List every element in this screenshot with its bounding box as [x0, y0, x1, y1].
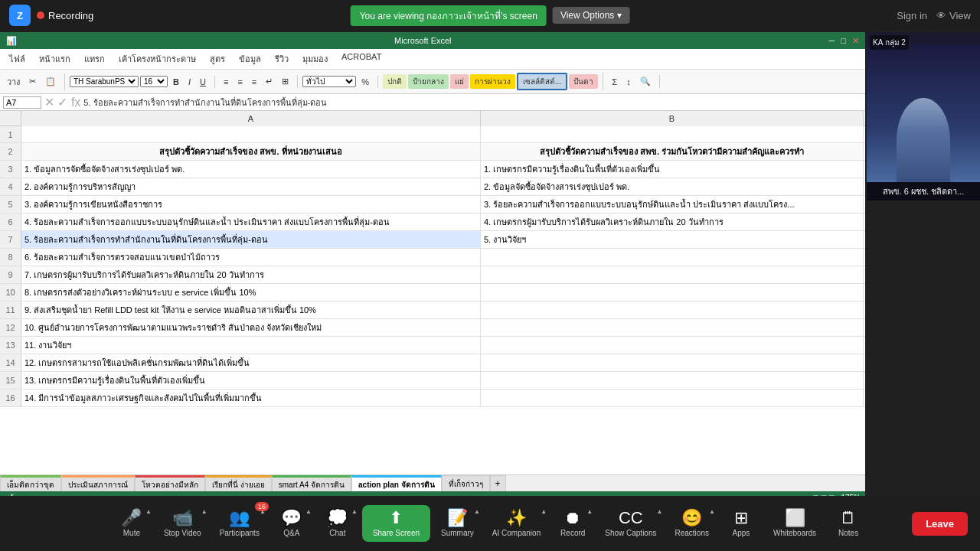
cut-button[interactable]: ✂ [25, 75, 40, 88]
wrap-text-button[interactable]: ↵ [262, 75, 276, 88]
cell-b5[interactable]: 3. ร้อยละความสำเร็จการออกแบบระบบอนุรักษ์… [481, 196, 864, 213]
leave-button[interactable]: Leave [912, 512, 968, 536]
chat-button[interactable]: 💭 Chat ▲ [316, 507, 359, 540]
number-format-select[interactable]: ทั่วไป [302, 76, 356, 87]
qa-caret-icon[interactable]: ▲ [305, 508, 312, 515]
sheet-tab-4[interactable]: เรียกที่นี่ ง่ายเอย [205, 475, 272, 492]
col-header-b[interactable]: B [481, 111, 864, 126]
cell-format-button[interactable]: เซลล์ดิสต์... [517, 73, 567, 90]
merge-button[interactable]: ⊞ [278, 75, 292, 88]
chat-caret-icon[interactable]: ▲ [351, 508, 358, 515]
cell-b1[interactable] [481, 126, 864, 142]
align-right-button[interactable]: ≡ [248, 76, 260, 88]
sum-button[interactable]: Σ [608, 76, 621, 88]
apps-button[interactable]: ⊞ Apps [720, 507, 763, 540]
cell-a2[interactable]: สรุปตัวชี้วัดความสำเร็จของ สพข. ที่หน่วย… [21, 143, 481, 160]
maximize-icon[interactable]: □ [841, 36, 846, 46]
italic-button[interactable]: I [185, 76, 194, 88]
menu-data[interactable]: ข้อมูล [233, 51, 267, 67]
font-family-select[interactable]: TH SarabunPSK [70, 76, 139, 87]
sheet-tab-1[interactable]: เอ็มติดกว่าขุด [0, 475, 61, 492]
cell-style-button[interactable]: ป้ายกลาง [408, 74, 449, 89]
stop-video-button[interactable]: 📹 Stop Video ▲ [156, 507, 209, 540]
menu-view[interactable]: มุมมอง [296, 51, 334, 67]
menu-home[interactable]: หน้าแรก [33, 51, 77, 67]
ai-caret-icon[interactable]: ▲ [541, 508, 547, 515]
cell-a11[interactable]: 9. ส่งเสริมชุดน้ำยา Refill LDD test kit … [21, 302, 481, 318]
captions-caret-icon[interactable]: ▲ [657, 508, 663, 515]
view-options-button[interactable]: View Options ▾ [553, 7, 629, 24]
menu-layout[interactable]: เค้าโครงหน้ากระดาษ [113, 51, 202, 67]
cell-b14[interactable] [481, 354, 864, 371]
cell-a4[interactable]: 2. องค์ความรู้การบริหารสัญญา [21, 178, 481, 195]
menu-insert[interactable]: แทรก [78, 51, 111, 67]
cell-b15[interactable] [481, 372, 864, 389]
ai-companion-button[interactable]: ✨ AI Companion ▲ [485, 507, 548, 540]
notes-button[interactable]: 🗒 Notes [827, 507, 870, 540]
qa-button[interactable]: 💬 Q&A ▲ [270, 507, 313, 540]
cell-a15[interactable]: 13. เกษตรกรมีความรู้เรื่องดินในพื้นที่ตั… [21, 372, 481, 389]
cell-a12[interactable]: 10. ศูนย์อำนวยการโครงการพัฒนาตามแนวพระรา… [21, 319, 481, 336]
cell-b6[interactable]: 4. เกษตรกรผู้มารับบริการได้รับผลวิเคราะห… [481, 214, 864, 230]
menu-acrobat[interactable]: ACROBAT [335, 51, 387, 67]
summary-caret-icon[interactable]: ▲ [474, 508, 480, 515]
cell-a5[interactable]: 3. องค์ความรู้การเขียนหนังสือราชการ [21, 196, 481, 213]
copy-button[interactable]: 📋 [41, 75, 60, 88]
cell-b16[interactable] [481, 390, 864, 406]
menu-file[interactable]: ไฟล์ [3, 51, 31, 67]
cell-a3[interactable]: 1. ข้อมูลการจัดซื้อจัดจ้างสารเร่งซุปเปอร… [21, 161, 481, 178]
insert-cell-button[interactable]: ป้นดา [569, 74, 598, 89]
find-button[interactable]: 🔍 [636, 75, 655, 88]
sheet-tab-5[interactable]: smart A4 จัดการดิน [272, 475, 351, 492]
sheet-tab-2[interactable]: ประเมินสภาการณ์ [61, 475, 135, 492]
cell-reference-input[interactable] [3, 96, 41, 109]
bad-button[interactable]: แย่ [450, 74, 469, 89]
align-center-button[interactable]: ≡ [234, 76, 246, 88]
cell-a1[interactable] [21, 126, 481, 142]
sheet-tab-6[interactable]: action plan จัดการดิน [351, 475, 442, 492]
cell-a10[interactable]: 8. เกษตรกรส่งตัวอย่างวิเคราะห์ผ่านระบบ e… [21, 284, 481, 301]
cell-b2[interactable]: สรุปตัวชี้วัดความสำเร็จของ สพข. ร่วมกันโ… [481, 143, 864, 160]
close-icon[interactable]: ✕ [852, 36, 859, 46]
mute-button[interactable]: 🎤 Mute ▲ [110, 507, 153, 540]
cell-b10[interactable] [481, 284, 864, 301]
underline-button[interactable]: U [196, 76, 210, 88]
participants-button[interactable]: 👥 16 Participants ▲ [212, 507, 267, 540]
menu-review[interactable]: รีวิว [269, 51, 295, 67]
sheet-tab-7[interactable]: ที่เก็จก่าวๆ [442, 475, 490, 492]
view-button[interactable]: 👁 View [936, 10, 971, 21]
sheet-tab-3[interactable]: โหวตอย่างมีหลัก [135, 475, 205, 492]
sort-button[interactable]: ↕ [622, 76, 635, 88]
mute-caret-icon[interactable]: ▲ [145, 508, 152, 515]
cell-a16[interactable]: 14. มีการนำข้อมูลสภาวะเศรษฐกิจและสังคมไป… [21, 390, 481, 406]
bold-button[interactable]: B [169, 76, 183, 88]
summary-button[interactable]: 📝 Summary ▲ [433, 507, 482, 540]
cell-b4[interactable]: 2. ข้อมูลจัดซื้อจัดจ้างสารเร่งซุปเปอร์ พ… [481, 178, 864, 195]
align-left-button[interactable]: ≡ [220, 76, 232, 88]
cell-a8[interactable]: 6. ร้อยละความสำเร็จการตรวจสอบแนวเขตป่าไม… [21, 249, 481, 266]
paste-button[interactable]: วาง [3, 73, 24, 90]
participants-caret-icon[interactable]: ▲ [260, 508, 266, 515]
cond-format-button[interactable]: ปกติ [383, 74, 407, 89]
cell-a14[interactable]: 12. เกษตรกรสามารถใช้แอปพลิเคชั่นกรมพัฒนา… [21, 354, 481, 371]
captions-button[interactable]: CC Show Captions ▲ [597, 507, 664, 540]
reactions-caret-icon[interactable]: ▲ [709, 508, 715, 515]
record-button[interactable]: ⏺ Record ▲ [551, 507, 594, 540]
col-header-a[interactable]: A [21, 111, 481, 126]
cell-b12[interactable] [481, 319, 864, 336]
menu-formula[interactable]: สูตร [204, 51, 231, 67]
cell-b9[interactable] [481, 266, 864, 283]
minimize-icon[interactable]: ─ [829, 36, 835, 46]
video-caret-icon[interactable]: ▲ [201, 508, 207, 515]
cell-b13[interactable] [481, 337, 864, 354]
cell-a9[interactable]: 7. เกษตรกรผู้มารับบริการได้รับผลวิเคราะห… [21, 266, 481, 283]
cell-b11[interactable] [481, 302, 864, 318]
cell-b3[interactable]: 1. เกษตรกรมีความรู้เรื่องดินในพื้นที่ตัว… [481, 161, 864, 178]
cell-b7[interactable]: 5. งานวิจัยฯ [481, 231, 864, 248]
reactions-button[interactable]: 😊 Reactions ▲ [667, 507, 716, 540]
percent-button[interactable]: % [358, 76, 373, 88]
font-size-select[interactable]: 16 [140, 76, 168, 87]
sheet-tab-add[interactable]: + [490, 475, 506, 492]
format-table-button[interactable]: การผ่านวง [470, 74, 515, 89]
cell-a6[interactable]: 4. ร้อยละความสำเร็จการออกแบบระบบอนุรักษ์… [21, 214, 481, 230]
